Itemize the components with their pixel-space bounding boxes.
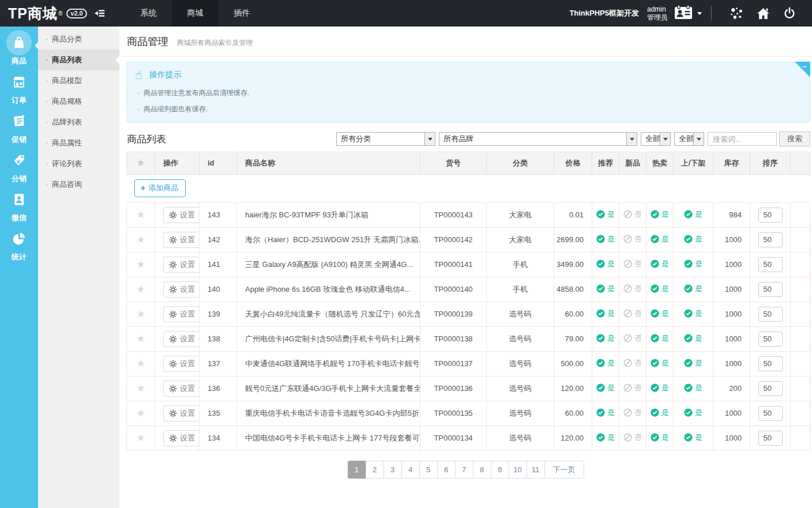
status-yes-toggle[interactable]: 是 [596, 284, 615, 294]
sort-input[interactable] [758, 208, 783, 223]
status-yes-toggle[interactable]: 是 [684, 284, 702, 294]
sort-input[interactable] [758, 431, 783, 446]
page-button-9[interactable]: 9 [491, 461, 509, 479]
status-no-toggle[interactable]: 否 [623, 408, 642, 418]
sidebar-item-distribution[interactable]: 分销 [0, 148, 38, 187]
status-no-toggle[interactable]: 否 [623, 259, 642, 269]
sidebar-item-statistics[interactable]: 统计 [0, 226, 38, 265]
top-menu-plugins[interactable]: 插件 [219, 0, 265, 27]
page-button-11[interactable]: 11 [527, 461, 545, 479]
submenu-brand-list[interactable]: 品牌列表 [38, 112, 119, 133]
status-select-2[interactable]: 全部 [674, 132, 704, 146]
sort-input[interactable] [758, 232, 783, 247]
status-yes-toggle[interactable]: 是 [651, 259, 669, 269]
status-yes-toggle[interactable]: 是 [651, 209, 669, 220]
settings-button[interactable]: 设置 [163, 430, 200, 446]
star-icon[interactable]: ★ [136, 383, 145, 394]
status-yes-toggle[interactable]: 是 [596, 432, 615, 443]
category-select[interactable]: 所有分类 [336, 132, 435, 146]
page-button-3[interactable]: 3 [384, 461, 402, 479]
status-no-toggle[interactable]: 否 [623, 209, 642, 220]
settings-button[interactable]: 设置 [163, 306, 200, 322]
status-yes-toggle[interactable]: 是 [684, 234, 702, 244]
status-yes-toggle[interactable]: 是 [651, 234, 669, 244]
status-yes-toggle[interactable]: 是 [651, 358, 669, 368]
star-icon[interactable]: ★ [136, 284, 145, 295]
submenu-goods-consult[interactable]: 商品咨询 [38, 174, 119, 195]
select-arrow-button[interactable] [424, 133, 435, 145]
star-icon[interactable]: ★ [136, 234, 145, 245]
sort-input[interactable] [758, 332, 783, 347]
settings-button[interactable]: 设置 [163, 281, 200, 298]
star-icon[interactable]: ★ [136, 308, 145, 319]
status-yes-toggle[interactable]: 是 [684, 308, 702, 319]
settings-button[interactable]: 设置 [163, 356, 200, 372]
submenu-goods-list[interactable]: 商品列表 [38, 50, 119, 70]
brand-select[interactable]: 所有品牌 [439, 132, 637, 146]
share-nodes-icon[interactable] [723, 6, 750, 21]
select-arrow-button[interactable] [660, 133, 670, 145]
sort-input[interactable] [758, 356, 783, 371]
status-yes-toggle[interactable]: 是 [684, 432, 702, 443]
page-button-2[interactable]: 2 [366, 461, 384, 479]
status-yes-toggle[interactable]: 是 [596, 358, 615, 368]
status-yes-toggle[interactable]: 是 [684, 408, 702, 418]
settings-button[interactable]: 设置 [163, 381, 200, 397]
sort-input[interactable] [758, 381, 783, 396]
page-button-1[interactable]: 1 [348, 461, 366, 479]
star-icon[interactable]: ★ [136, 408, 145, 419]
sort-input[interactable] [758, 282, 783, 297]
status-yes-toggle[interactable]: 是 [651, 284, 669, 294]
search-button[interactable]: 搜索 [779, 131, 810, 146]
add-goods-button[interactable]: +添加商品 [134, 179, 186, 197]
sort-input[interactable] [758, 257, 783, 272]
submenu-comment-list[interactable]: 评论列表 [38, 153, 119, 174]
status-yes-toggle[interactable]: 是 [596, 234, 615, 244]
status-yes-toggle[interactable]: 是 [596, 308, 615, 319]
status-no-toggle[interactable]: 否 [623, 383, 642, 393]
status-yes-toggle[interactable]: 是 [684, 358, 702, 368]
sort-input[interactable] [758, 307, 783, 322]
status-yes-toggle[interactable]: 是 [596, 259, 615, 269]
status-yes-toggle[interactable]: 是 [596, 333, 615, 344]
settings-button[interactable]: 设置 [163, 331, 200, 347]
select-arrow-button[interactable] [626, 133, 637, 145]
status-yes-toggle[interactable]: 是 [684, 383, 702, 393]
status-no-toggle[interactable]: 否 [623, 308, 642, 319]
submenu-goods-model[interactable]: 商品模型 [38, 70, 119, 91]
status-yes-toggle[interactable]: 是 [651, 383, 669, 393]
page-button-7[interactable]: 7 [455, 461, 473, 479]
submenu-goods-attr[interactable]: 商品属性 [38, 133, 119, 153]
page-button-8[interactable]: 8 [473, 461, 491, 479]
top-menu-mall[interactable]: 商城 [172, 0, 219, 27]
minus-icon[interactable]: − [802, 63, 807, 70]
sidebar-item-goods[interactable]: 商品 [0, 30, 38, 69]
status-yes-toggle[interactable]: 是 [651, 308, 669, 319]
home-icon[interactable] [750, 6, 776, 21]
star-icon[interactable]: ★ [136, 333, 145, 344]
status-yes-toggle[interactable]: 是 [651, 432, 669, 443]
status-yes-toggle[interactable]: 是 [684, 209, 702, 220]
status-no-toggle[interactable]: 否 [623, 284, 642, 294]
top-menu-system[interactable]: 系统 [125, 0, 172, 27]
submenu-goods-category[interactable]: 商品分类 [38, 29, 119, 50]
settings-button[interactable]: 设置 [163, 232, 200, 248]
sidebar-item-promotion[interactable]: 促销 [0, 108, 38, 148]
star-icon[interactable]: ★ [136, 432, 145, 443]
star-icon[interactable]: ★ [136, 358, 145, 369]
sidebar-item-wechat[interactable]: 微信 [0, 187, 38, 226]
settings-button[interactable]: 设置 [163, 207, 200, 223]
star-icon[interactable]: ★ [136, 209, 145, 220]
next-page-button[interactable]: 下一页 [544, 461, 584, 479]
collapse-menu-icon[interactable] [94, 8, 106, 18]
status-no-toggle[interactable]: 否 [623, 333, 642, 344]
settings-button[interactable]: 设置 [163, 257, 200, 273]
status-no-toggle[interactable]: 否 [623, 234, 642, 244]
status-select-1[interactable]: 全部 [641, 132, 671, 146]
select-arrow-button[interactable] [693, 133, 704, 145]
page-button-6[interactable]: 6 [437, 461, 456, 479]
status-yes-toggle[interactable]: 是 [596, 408, 615, 418]
sort-input[interactable] [758, 406, 783, 421]
status-no-toggle[interactable]: 否 [623, 432, 642, 443]
page-button-5[interactable]: 5 [419, 461, 438, 479]
